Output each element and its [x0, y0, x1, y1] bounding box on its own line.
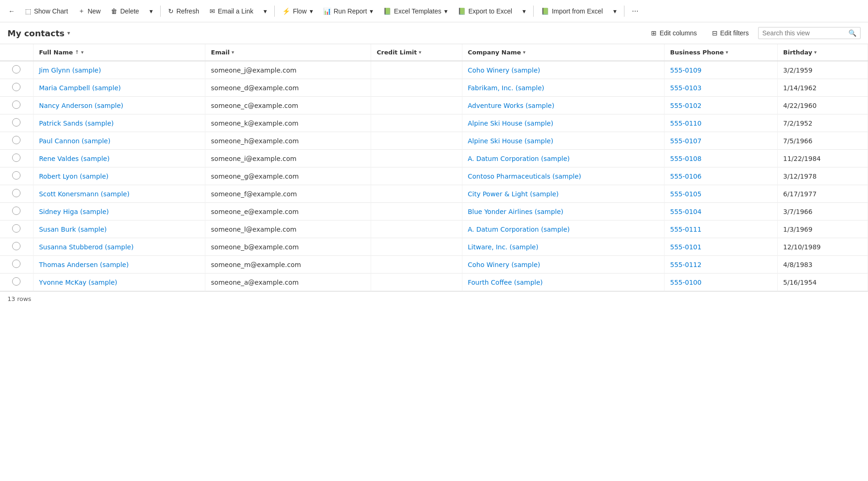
company-link[interactable]: A. Datum Corporation (sample): [468, 155, 570, 162]
th-email[interactable]: Email ▾: [205, 44, 371, 61]
phone-link[interactable]: 555-0104: [670, 208, 701, 215]
checkbox-circle[interactable]: [12, 100, 20, 109]
row-checkbox[interactable]: [0, 220, 33, 238]
search-input[interactable]: [762, 29, 848, 37]
contact-name-link[interactable]: Nancy Anderson (sample): [39, 102, 123, 109]
phone-link[interactable]: 555-0111: [670, 226, 701, 233]
row-checkbox[interactable]: [0, 97, 33, 114]
edit-filters-button[interactable]: ⊟ Edit filters: [706, 27, 754, 39]
company-link[interactable]: A. Datum Corporation (sample): [468, 226, 570, 233]
row-checkbox[interactable]: [0, 203, 33, 220]
cell-birthday: 3/2/1959: [777, 61, 868, 79]
row-checkbox[interactable]: [0, 114, 33, 132]
row-checkbox[interactable]: [0, 238, 33, 256]
checkbox-circle[interactable]: [12, 154, 20, 162]
phone-link[interactable]: 555-0112: [670, 261, 701, 268]
th-birthday[interactable]: Birthday ▾: [777, 44, 868, 61]
excel-templates-button[interactable]: 📗 Excel Templates ▾: [379, 5, 452, 18]
row-checkbox[interactable]: [0, 61, 33, 79]
company-link[interactable]: Fabrikam, Inc. (sample): [468, 84, 544, 92]
company-link[interactable]: City Power & Light (sample): [468, 190, 559, 198]
checkbox-circle[interactable]: [12, 189, 20, 197]
checkbox-circle[interactable]: [12, 260, 20, 268]
row-checkbox[interactable]: [0, 167, 33, 185]
flow-icon: ⚡: [282, 7, 290, 15]
import-dropdown[interactable]: ▾: [609, 5, 621, 18]
th-business-phone[interactable]: Business Phone ▾: [665, 44, 778, 61]
phone-link[interactable]: 555-0106: [670, 173, 701, 180]
delete-button[interactable]: 🗑 Delete: [106, 5, 143, 18]
more-icon: ⋯: [632, 7, 638, 15]
company-link[interactable]: Blue Yonder Airlines (sample): [468, 208, 563, 215]
contact-name-link[interactable]: Sidney Higa (sample): [39, 208, 109, 215]
export-dropdown[interactable]: ▾: [518, 5, 530, 18]
checkbox-circle[interactable]: [12, 118, 20, 127]
flow-button[interactable]: ⚡ Flow ▾: [278, 5, 318, 18]
row-checkbox[interactable]: [0, 274, 33, 291]
import-button[interactable]: 📗 Import from Excel: [536, 5, 608, 18]
show-chart-button[interactable]: ⬚ Show Chart: [20, 5, 73, 18]
phone-link[interactable]: 555-0103: [670, 84, 701, 92]
cell-name: Yvonne McKay (sample): [33, 274, 205, 291]
phone-link[interactable]: 555-0109: [670, 67, 701, 74]
checkbox-circle[interactable]: [12, 242, 20, 250]
phone-link[interactable]: 555-0107: [670, 137, 701, 145]
company-link[interactable]: Contoso Pharmaceuticals (sample): [468, 173, 582, 180]
contact-name-link[interactable]: Patrick Sands (sample): [39, 120, 114, 127]
checkbox-circle[interactable]: [12, 277, 20, 286]
checkbox-circle[interactable]: [12, 207, 20, 215]
th-company-name[interactable]: Company Name ▾: [462, 44, 665, 61]
phone-link[interactable]: 555-0102: [670, 102, 701, 109]
company-link[interactable]: Coho Winery (sample): [468, 67, 540, 74]
email-link-button[interactable]: ✉ Email a Link: [205, 5, 258, 18]
export-button[interactable]: 📗 Export to Excel: [453, 5, 517, 18]
contact-name-link[interactable]: Maria Campbell (sample): [39, 84, 121, 92]
delete-dropdown[interactable]: ▾: [145, 5, 157, 18]
company-link[interactable]: Adventure Works (sample): [468, 102, 555, 109]
row-checkbox[interactable]: [0, 185, 33, 203]
contact-name-link[interactable]: Susanna Stubberod (sample): [39, 243, 134, 251]
search-box[interactable]: 🔍: [758, 27, 861, 39]
excel-template-icon: 📗: [383, 7, 391, 15]
cell-phone: 555-0112: [665, 256, 778, 274]
excel-template-chevron: ▾: [444, 7, 448, 15]
th-credit-limit[interactable]: Credit Limit ▾: [371, 44, 462, 61]
edit-columns-button[interactable]: ⊞ Edit columns: [645, 27, 702, 39]
company-link[interactable]: Coho Winery (sample): [468, 261, 540, 268]
checkbox-circle[interactable]: [12, 65, 20, 73]
phone-link[interactable]: 555-0100: [670, 279, 701, 286]
row-checkbox[interactable]: [0, 132, 33, 150]
run-report-button[interactable]: 📊 Run Report ▾: [319, 5, 378, 18]
checkbox-circle[interactable]: [12, 171, 20, 180]
view-title[interactable]: My contacts ▾: [7, 28, 70, 38]
checkbox-circle[interactable]: [12, 83, 20, 91]
contact-name-link[interactable]: Susan Burk (sample): [39, 226, 107, 233]
phone-link[interactable]: 555-0108: [670, 155, 701, 162]
company-link[interactable]: Alpine Ski House (sample): [468, 120, 554, 127]
contact-name-link[interactable]: Rene Valdes (sample): [39, 155, 110, 162]
contact-name-link[interactable]: Robert Lyon (sample): [39, 173, 108, 180]
phone-link[interactable]: 555-0101: [670, 243, 701, 251]
cell-company: Fourth Coffee (sample): [462, 274, 665, 291]
checkbox-circle[interactable]: [12, 136, 20, 144]
contact-name-link[interactable]: Scott Konersmann (sample): [39, 190, 129, 198]
contact-name-link[interactable]: Paul Cannon (sample): [39, 137, 110, 145]
phone-link[interactable]: 555-0110: [670, 120, 701, 127]
contact-name-link[interactable]: Yvonne McKay (sample): [39, 279, 117, 286]
more-button[interactable]: ⋯: [627, 5, 643, 18]
contact-name-link[interactable]: Thomas Andersen (sample): [39, 261, 129, 268]
new-button[interactable]: ＋ New: [74, 4, 105, 18]
company-link[interactable]: Alpine Ski House (sample): [468, 137, 554, 145]
back-button[interactable]: ←: [4, 5, 20, 18]
company-link[interactable]: Litware, Inc. (sample): [468, 243, 539, 251]
row-checkbox[interactable]: [0, 150, 33, 167]
checkbox-circle[interactable]: [12, 224, 20, 233]
th-full-name[interactable]: Full Name ↑ ▾: [33, 44, 205, 61]
email-dropdown[interactable]: ▾: [259, 5, 271, 18]
company-link[interactable]: Fourth Coffee (sample): [468, 279, 543, 286]
row-checkbox[interactable]: [0, 79, 33, 97]
refresh-button[interactable]: ↻ Refresh: [163, 5, 204, 18]
contact-name-link[interactable]: Jim Glynn (sample): [39, 67, 101, 74]
phone-link[interactable]: 555-0105: [670, 190, 701, 198]
row-checkbox[interactable]: [0, 256, 33, 274]
